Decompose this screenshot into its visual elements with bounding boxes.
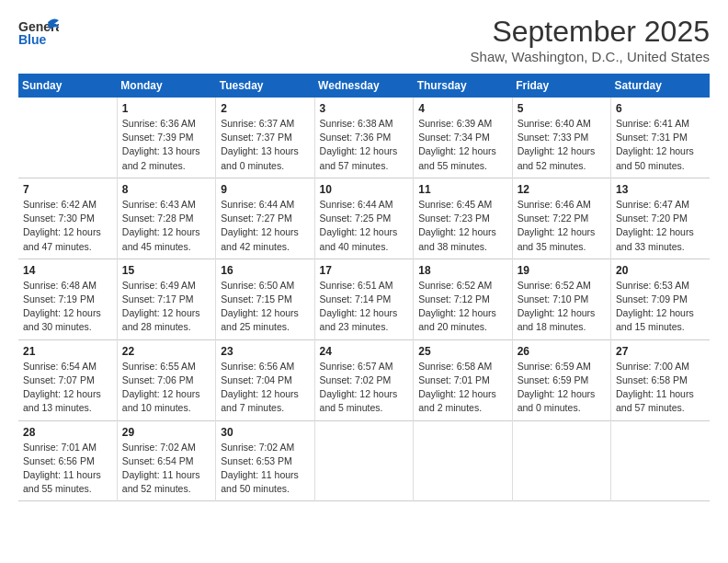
calendar-cell: 16Sunrise: 6:50 AM Sunset: 7:15 PM Dayli…: [216, 259, 314, 339]
day-info: Sunrise: 6:51 AM Sunset: 7:14 PM Dayligh…: [320, 279, 409, 335]
day-info: Sunrise: 6:44 AM Sunset: 7:27 PM Dayligh…: [221, 198, 309, 254]
logo-icon: General Blue: [18, 15, 59, 48]
day-info: Sunrise: 7:00 AM Sunset: 6:58 PM Dayligh…: [616, 360, 705, 416]
day-number: 17: [320, 264, 409, 277]
calendar-cell: 14Sunrise: 6:48 AM Sunset: 7:19 PM Dayli…: [18, 259, 117, 339]
calendar-cell: 17Sunrise: 6:51 AM Sunset: 7:14 PM Dayli…: [314, 259, 414, 339]
calendar-header: SundayMondayTuesdayWednesdayThursdayFrid…: [18, 74, 710, 98]
calendar-table: SundayMondayTuesdayWednesdayThursdayFrid…: [18, 74, 710, 501]
calendar-cell: 28Sunrise: 7:01 AM Sunset: 6:56 PM Dayli…: [18, 420, 117, 501]
day-info: Sunrise: 6:59 AM Sunset: 6:59 PM Dayligh…: [518, 360, 606, 416]
col-header-tuesday: Tuesday: [216, 74, 314, 98]
calendar-cell: 1Sunrise: 6:36 AM Sunset: 7:39 PM Daylig…: [117, 98, 215, 178]
calendar-cell: 20Sunrise: 6:53 AM Sunset: 7:09 PM Dayli…: [611, 259, 710, 339]
day-number: 18: [418, 264, 506, 277]
calendar-cell: 23Sunrise: 6:56 AM Sunset: 7:04 PM Dayli…: [216, 339, 314, 420]
day-info: Sunrise: 6:39 AM Sunset: 7:34 PM Dayligh…: [418, 117, 506, 173]
col-header-sunday: Sunday: [18, 74, 117, 98]
calendar-cell: [611, 420, 710, 501]
day-number: 16: [221, 264, 309, 277]
day-number: 1: [122, 102, 210, 115]
calendar-cell: 24Sunrise: 6:57 AM Sunset: 7:02 PM Dayli…: [314, 339, 414, 420]
day-info: Sunrise: 6:52 AM Sunset: 7:12 PM Dayligh…: [418, 279, 506, 335]
day-number: 28: [23, 426, 112, 439]
day-info: Sunrise: 6:36 AM Sunset: 7:39 PM Dayligh…: [122, 117, 210, 173]
day-info: Sunrise: 6:37 AM Sunset: 7:37 PM Dayligh…: [221, 117, 309, 173]
day-info: Sunrise: 6:38 AM Sunset: 7:36 PM Dayligh…: [320, 117, 409, 173]
calendar-cell: 22Sunrise: 6:55 AM Sunset: 7:06 PM Dayli…: [117, 339, 215, 420]
col-header-friday: Friday: [512, 74, 610, 98]
day-info: Sunrise: 6:54 AM Sunset: 7:07 PM Dayligh…: [23, 360, 112, 416]
day-number: 27: [616, 345, 705, 358]
calendar-cell: 25Sunrise: 6:58 AM Sunset: 7:01 PM Dayli…: [414, 339, 512, 420]
title-area: September 2025 Shaw, Washington, D.C., U…: [471, 15, 710, 64]
day-number: 26: [518, 345, 606, 358]
calendar-cell: 8Sunrise: 6:43 AM Sunset: 7:28 PM Daylig…: [117, 178, 215, 259]
calendar-cell: 27Sunrise: 7:00 AM Sunset: 6:58 PM Dayli…: [611, 339, 710, 420]
day-info: Sunrise: 6:43 AM Sunset: 7:28 PM Dayligh…: [122, 198, 210, 254]
day-number: 2: [221, 102, 309, 115]
day-number: 15: [122, 264, 210, 277]
day-info: Sunrise: 6:57 AM Sunset: 7:02 PM Dayligh…: [320, 360, 409, 416]
calendar-week-3: 14Sunrise: 6:48 AM Sunset: 7:19 PM Dayli…: [18, 259, 710, 339]
calendar-cell: 30Sunrise: 7:02 AM Sunset: 6:53 PM Dayli…: [216, 420, 314, 501]
calendar-cell: 21Sunrise: 6:54 AM Sunset: 7:07 PM Dayli…: [18, 339, 117, 420]
day-number: 29: [122, 426, 210, 439]
day-info: Sunrise: 6:42 AM Sunset: 7:30 PM Dayligh…: [23, 198, 112, 254]
day-number: 3: [320, 102, 409, 115]
col-header-saturday: Saturday: [611, 74, 710, 98]
day-info: Sunrise: 6:56 AM Sunset: 7:04 PM Dayligh…: [221, 360, 309, 416]
day-number: 19: [518, 264, 606, 277]
calendar-cell: 26Sunrise: 6:59 AM Sunset: 6:59 PM Dayli…: [512, 339, 610, 420]
day-info: Sunrise: 6:50 AM Sunset: 7:15 PM Dayligh…: [221, 279, 309, 335]
day-number: 30: [221, 426, 309, 439]
calendar-week-4: 21Sunrise: 6:54 AM Sunset: 7:07 PM Dayli…: [18, 339, 710, 420]
calendar-cell: [18, 98, 117, 178]
day-number: 22: [122, 345, 210, 358]
day-number: 10: [320, 183, 409, 196]
calendar-cell: 29Sunrise: 7:02 AM Sunset: 6:54 PM Dayli…: [117, 420, 215, 501]
page-container: General Blue September 2025 Shaw, Washin…: [0, 0, 728, 516]
day-info: Sunrise: 6:41 AM Sunset: 7:31 PM Dayligh…: [616, 117, 705, 173]
calendar-cell: 5Sunrise: 6:40 AM Sunset: 7:33 PM Daylig…: [512, 98, 610, 178]
calendar-cell: 9Sunrise: 6:44 AM Sunset: 7:27 PM Daylig…: [216, 178, 314, 259]
day-number: 7: [23, 183, 112, 196]
calendar-cell: 12Sunrise: 6:46 AM Sunset: 7:22 PM Dayli…: [512, 178, 610, 259]
day-number: 5: [518, 102, 606, 115]
day-info: Sunrise: 7:02 AM Sunset: 6:53 PM Dayligh…: [221, 441, 309, 497]
day-number: 25: [418, 345, 506, 358]
header: General Blue September 2025 Shaw, Washin…: [18, 15, 710, 64]
day-info: Sunrise: 6:40 AM Sunset: 7:33 PM Dayligh…: [518, 117, 606, 173]
day-info: Sunrise: 6:52 AM Sunset: 7:10 PM Dayligh…: [518, 279, 606, 335]
calendar-week-5: 28Sunrise: 7:01 AM Sunset: 6:56 PM Dayli…: [18, 420, 710, 501]
day-number: 23: [221, 345, 309, 358]
day-info: Sunrise: 6:48 AM Sunset: 7:19 PM Dayligh…: [23, 279, 112, 335]
subtitle: Shaw, Washington, D.C., United States: [471, 49, 710, 64]
calendar-cell: 13Sunrise: 6:47 AM Sunset: 7:20 PM Dayli…: [611, 178, 710, 259]
day-number: 6: [616, 102, 705, 115]
calendar-cell: 11Sunrise: 6:45 AM Sunset: 7:23 PM Dayli…: [414, 178, 512, 259]
day-info: Sunrise: 6:45 AM Sunset: 7:23 PM Dayligh…: [418, 198, 506, 254]
day-info: Sunrise: 6:47 AM Sunset: 7:20 PM Dayligh…: [616, 198, 705, 254]
calendar-cell: 3Sunrise: 6:38 AM Sunset: 7:36 PM Daylig…: [314, 98, 414, 178]
header-row: SundayMondayTuesdayWednesdayThursdayFrid…: [18, 74, 710, 98]
day-info: Sunrise: 6:44 AM Sunset: 7:25 PM Dayligh…: [320, 198, 409, 254]
calendar-body: 1Sunrise: 6:36 AM Sunset: 7:39 PM Daylig…: [18, 98, 710, 501]
calendar-cell: 15Sunrise: 6:49 AM Sunset: 7:17 PM Dayli…: [117, 259, 215, 339]
day-number: 21: [23, 345, 112, 358]
month-title: September 2025: [471, 15, 710, 49]
day-number: 11: [418, 183, 506, 196]
calendar-cell: 2Sunrise: 6:37 AM Sunset: 7:37 PM Daylig…: [216, 98, 314, 178]
calendar-week-2: 7Sunrise: 6:42 AM Sunset: 7:30 PM Daylig…: [18, 178, 710, 259]
day-number: 24: [320, 345, 409, 358]
svg-text:Blue: Blue: [18, 32, 47, 47]
col-header-thursday: Thursday: [414, 74, 512, 98]
day-info: Sunrise: 7:01 AM Sunset: 6:56 PM Dayligh…: [23, 441, 112, 497]
day-number: 20: [616, 264, 705, 277]
calendar-cell: 19Sunrise: 6:52 AM Sunset: 7:10 PM Dayli…: [512, 259, 610, 339]
calendar-cell: 4Sunrise: 6:39 AM Sunset: 7:34 PM Daylig…: [414, 98, 512, 178]
day-number: 4: [418, 102, 506, 115]
day-number: 9: [221, 183, 309, 196]
day-number: 12: [518, 183, 606, 196]
calendar-cell: 6Sunrise: 6:41 AM Sunset: 7:31 PM Daylig…: [611, 98, 710, 178]
